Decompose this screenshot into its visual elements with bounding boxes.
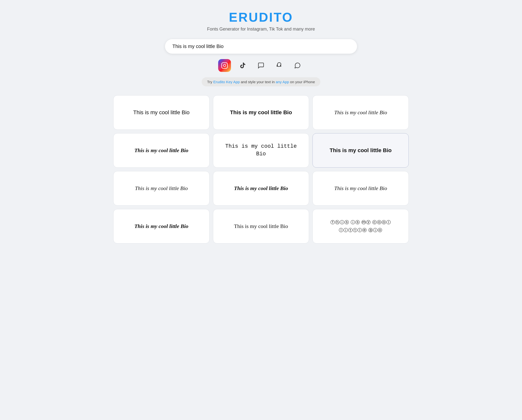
font-card-4[interactable]: This is my cool little Bio [113, 133, 210, 168]
font-card-text-10: This is my cool little Bio [134, 223, 188, 230]
promo-middle: and style your text in [240, 80, 276, 84]
font-card-6[interactable]: This is my cool little Bio [312, 133, 409, 168]
font-card-text-7: This is my cool little Bio [135, 185, 188, 192]
font-card-10[interactable]: This is my cool little Bio [113, 209, 210, 243]
font-card-3[interactable]: This is my cool little Bio [312, 95, 409, 130]
font-card-text-4: This is my cool little Bio [134, 147, 188, 154]
font-card-text-12: Ⓣⓗⓘⓢ ⓘⓢ ⓜⓨ ⓒⓞⓞⓛ ⓛⓘⓣⓣⓛⓔ Ⓑⓘⓞ [319, 218, 403, 234]
promo-text: Try Erudito Key App and style your text … [202, 77, 320, 86]
app-header: ERUDITO Fonts Generator for Instagram, T… [5, 10, 517, 32]
font-card-text-5: This is my cool little Bio [219, 143, 303, 158]
font-card-9[interactable]: This is my cool little Bio [312, 171, 409, 206]
font-card-8[interactable]: This is my cool little Bio [213, 171, 309, 206]
svg-point-2 [226, 64, 226, 64]
font-card-11[interactable]: This is my cool little Bio [213, 209, 309, 243]
promo-bar: Try Erudito Key App and style your text … [5, 77, 517, 86]
app-subtitle: Fonts Generator for Instagram, Tik Tok a… [5, 27, 517, 32]
promo-prefix: Try [207, 80, 213, 84]
font-card-text-11: This is my cool little Bio [234, 223, 288, 230]
font-grid: This is my cool little BioThis is my coo… [113, 95, 409, 243]
font-card-text-2: This is my cool little Bio [230, 109, 292, 116]
font-card-text-9: This is my cool little Bio [334, 185, 387, 192]
platform-tiktok[interactable] [236, 59, 249, 72]
font-card-text-6: This is my cool little Bio [330, 147, 392, 154]
search-input[interactable] [165, 39, 357, 54]
font-card-text-8: This is my cool little Bio [234, 185, 288, 192]
svg-rect-0 [222, 63, 227, 68]
app-title: ERUDITO [5, 10, 517, 25]
font-card-5[interactable]: This is my cool little Bio [213, 133, 309, 168]
platform-selector [5, 59, 517, 72]
font-card-2[interactable]: This is my cool little Bio [213, 95, 309, 130]
platform-snapchat[interactable] [273, 59, 286, 72]
promo-suffix: on your iPhone [289, 80, 315, 84]
font-card-text-3: This is my cool little Bio [334, 109, 387, 116]
platform-instagram[interactable] [218, 59, 231, 72]
font-card-1[interactable]: This is my cool little Bio [113, 95, 210, 130]
platform-imessage[interactable] [255, 59, 267, 72]
search-bar-wrapper [165, 39, 357, 54]
font-card-12[interactable]: Ⓣⓗⓘⓢ ⓘⓢ ⓜⓨ ⓒⓞⓞⓛ ⓛⓘⓣⓣⓛⓔ Ⓑⓘⓞ [312, 209, 409, 243]
svg-point-1 [223, 64, 226, 66]
font-card-7[interactable]: This is my cool little Bio [113, 171, 210, 206]
platform-whatsapp[interactable] [291, 59, 304, 72]
font-card-text-1: This is my cool little Bio [133, 109, 190, 116]
promo-link2[interactable]: any App [276, 80, 289, 84]
promo-link1[interactable]: Erudito Key App [213, 80, 240, 84]
